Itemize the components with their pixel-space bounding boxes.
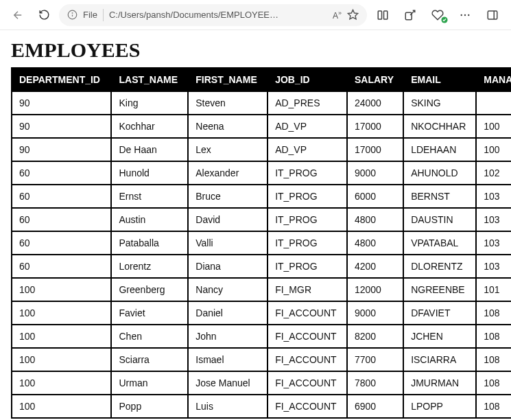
table-header-cell: LAST_NAME [111, 68, 188, 91]
table-cell-department-id: 60 [12, 208, 111, 231]
table-cell-email: JMURMAN [403, 371, 476, 395]
table-cell-salary: 24000 [347, 91, 403, 115]
table-cell-email: LPOPP [403, 395, 476, 418]
collections-icon[interactable] [399, 4, 422, 26]
table-row: 100PoppLuisFI_ACCOUNT6900LPOPP108 [12, 395, 511, 418]
info-icon [67, 10, 78, 20]
table-cell-job-id: IT_PROG [268, 161, 347, 185]
table-cell-department-id: 100 [12, 348, 111, 371]
table-cell-first-name: Ismael [188, 348, 268, 371]
table-cell-department-id: 60 [12, 231, 111, 255]
table-cell-last-name: Chen [111, 325, 188, 348]
table-cell-department-id: 60 [12, 255, 111, 278]
table-cell-department-id: 90 [12, 115, 111, 138]
table-cell-department-id: 90 [12, 91, 111, 115]
table-cell-last-name: Lorentz [111, 255, 188, 278]
table-cell-first-name: Alexander [188, 161, 268, 185]
table-row: 60AustinDavidIT_PROG4800DAUSTIN103 [12, 208, 511, 231]
table-cell-first-name: John [188, 325, 268, 348]
table-cell-salary: 4800 [347, 231, 403, 255]
svg-rect-11 [488, 11, 497, 19]
table-cell-manager-id [476, 91, 511, 115]
table-cell-last-name: Hunold [111, 161, 188, 185]
table-cell-manager-id: 100 [476, 115, 511, 138]
table-cell-salary: 9000 [347, 161, 403, 185]
table-cell-salary: 4800 [347, 208, 403, 231]
table-cell-manager-id: 100 [476, 138, 511, 161]
table-cell-job-id: FI_ACCOUNT [268, 371, 347, 395]
table-header-cell: FIRST_NAME [188, 68, 268, 91]
table-cell-email: SKING [403, 91, 476, 115]
table-header-cell: SALARY [347, 68, 403, 91]
table-cell-salary: 9000 [347, 301, 403, 325]
star-icon[interactable] [347, 9, 359, 21]
table-cell-manager-id: 102 [476, 161, 511, 185]
table-header-cell: EMAIL [403, 68, 476, 91]
read-aloud-icon[interactable]: A» [333, 10, 342, 21]
table-cell-manager-id: 108 [476, 325, 511, 348]
table-row: 100FavietDanielFI_ACCOUNT9000DFAVIET108 [12, 301, 511, 325]
sidebar-icon[interactable] [481, 4, 504, 26]
address-bar[interactable]: File C:/Users/pansh/Documents/EMPLOYEE… … [59, 4, 367, 26]
table-cell-email: LDEHAAN [403, 138, 476, 161]
svg-rect-4 [378, 11, 381, 19]
table-row: 100SciarraIsmaelFI_ACCOUNT7700ISCIARRA10… [12, 348, 511, 371]
table-header-row: DEPARTMENT_IDLAST_NAMEFIRST_NAMEJOB_IDSA… [12, 68, 511, 91]
table-cell-email: BERNST [403, 185, 476, 208]
table-cell-salary: 8200 [347, 325, 403, 348]
table-cell-email: AHUNOLD [403, 161, 476, 185]
table-cell-first-name: Daniel [188, 301, 268, 325]
table-header-cell: MANAGER_ID [476, 68, 511, 91]
table-cell-first-name: Neena [188, 115, 268, 138]
table-cell-department-id: 100 [12, 395, 111, 418]
table-row: 60PataballaValliIT_PROG4800VPATABAL103 [12, 231, 511, 255]
table-row: 90De HaanLexAD_VP17000LDEHAAN100 [12, 138, 511, 161]
table-cell-department-id: 100 [12, 301, 111, 325]
table-row: 90KingStevenAD_PRES24000SKING [12, 91, 511, 115]
table-cell-email: NKOCHHAR [403, 115, 476, 138]
table-cell-first-name: Bruce [188, 185, 268, 208]
table-cell-salary: 17000 [347, 138, 403, 161]
table-cell-job-id: FI_ACCOUNT [268, 325, 347, 348]
table-row: 60LorentzDianaIT_PROG4200DLORENTZ103 [12, 255, 511, 278]
table-cell-salary: 6900 [347, 395, 403, 418]
document-viewport[interactable]: EMPLOYEES DEPARTMENT_IDLAST_NAMEFIRST_NA… [0, 30, 511, 420]
table-cell-first-name: Jose Manuel [188, 371, 268, 395]
url-prefix: File [83, 10, 97, 20]
divider [103, 9, 104, 21]
table-cell-manager-id: 108 [476, 395, 511, 418]
more-icon[interactable] [453, 4, 477, 26]
table-cell-first-name: Luis [188, 395, 268, 418]
table-cell-manager-id: 108 [476, 348, 511, 371]
svg-point-10 [468, 14, 469, 15]
table-cell-email: DLORENTZ [403, 255, 476, 278]
table-cell-department-id: 100 [12, 325, 111, 348]
table-cell-department-id: 100 [12, 371, 111, 395]
table-cell-job-id: FI_MGR [268, 278, 347, 301]
table-row: 100UrmanJose ManuelFI_ACCOUNT7800JMURMAN… [12, 371, 511, 395]
table-cell-last-name: Greenberg [111, 278, 188, 301]
table-cell-job-id: IT_PROG [268, 185, 347, 208]
table-cell-email: NGREENBE [403, 278, 476, 301]
content-area: EMPLOYEES DEPARTMENT_IDLAST_NAMEFIRST_NA… [0, 30, 511, 420]
split-screen-icon[interactable] [371, 4, 394, 26]
table-cell-department-id: 90 [12, 138, 111, 161]
refresh-button[interactable] [33, 4, 55, 26]
performance-icon[interactable] [426, 4, 449, 26]
table-cell-salary: 17000 [347, 115, 403, 138]
back-button[interactable] [7, 4, 29, 26]
table-cell-job-id: AD_VP [268, 115, 347, 138]
table-cell-job-id: FI_ACCOUNT [268, 348, 347, 371]
table-cell-last-name: Kochhar [111, 115, 188, 138]
table-cell-job-id: IT_PROG [268, 255, 347, 278]
employees-table: DEPARTMENT_IDLAST_NAMEFIRST_NAMEJOB_IDSA… [11, 67, 511, 419]
svg-rect-6 [405, 12, 412, 20]
table-cell-department-id: 60 [12, 161, 111, 185]
table-cell-manager-id: 103 [476, 255, 511, 278]
svg-rect-5 [384, 11, 388, 19]
table-cell-last-name: Urman [111, 371, 188, 395]
table-cell-salary: 7700 [347, 348, 403, 371]
table-cell-salary: 7800 [347, 371, 403, 395]
table-cell-last-name: Ernst [111, 185, 188, 208]
table-cell-salary: 6000 [347, 185, 403, 208]
